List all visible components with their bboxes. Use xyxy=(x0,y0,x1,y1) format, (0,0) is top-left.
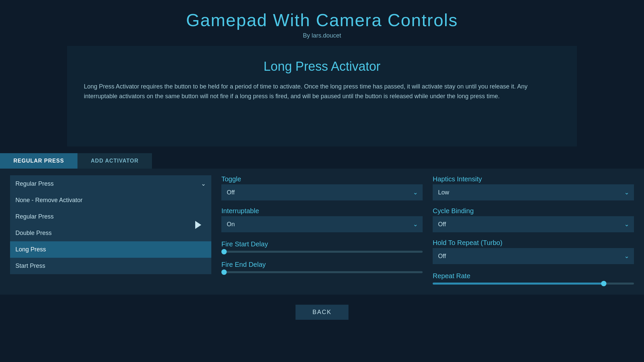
main-card: Long Press Activator Long Press Activato… xyxy=(67,46,577,146)
interruptable-label: Interruptable xyxy=(221,207,423,215)
repeat-rate-thumb[interactable] xyxy=(601,281,606,286)
hold-to-repeat-label: Hold To Repeat (Turbo) xyxy=(433,239,634,247)
hold-to-repeat-dropdown[interactable]: Off On xyxy=(433,248,634,264)
hold-to-repeat-dropdown-container: Off On ⌄ xyxy=(433,248,634,264)
cursor-arrow-icon xyxy=(195,221,201,229)
toggle-section: Toggle Off On ⌄ xyxy=(221,175,423,200)
chevron-down-icon: ⌄ xyxy=(201,180,206,187)
repeat-rate-track xyxy=(433,283,634,285)
fire-end-delay-section: Fire End Delay xyxy=(221,261,423,273)
fire-start-delay-thumb[interactable] xyxy=(221,249,227,254)
tab-regular-press[interactable]: REGULAR PRESS xyxy=(0,153,77,169)
page-title-area: Gamepad With Camera Controls By lars.dou… xyxy=(0,0,644,39)
fire-end-delay-thumb[interactable] xyxy=(221,269,227,275)
activation-type-column: Activation Type Regular Press ⌄ None - R… xyxy=(10,175,211,285)
dropdown-selected-value: Regular Press xyxy=(15,180,54,187)
cycle-binding-section: Cycle Binding Off On ⌄ xyxy=(433,207,634,232)
dropdown-header[interactable]: Regular Press ⌄ xyxy=(10,175,211,192)
bottom-section: REGULAR PRESS ADD ACTIVATOR Activation T… xyxy=(0,146,644,295)
haptics-label: Haptics Intensity xyxy=(433,175,634,183)
right-column: Haptics Intensity Low Medium High ⌄ Cycl… xyxy=(433,175,634,285)
interruptable-section: Interruptable Off On ⌄ xyxy=(221,207,423,232)
card-title: Long Press Activator xyxy=(84,59,560,74)
middle-column: Toggle Off On ⌄ Interruptable Off On xyxy=(221,175,423,285)
interruptable-dropdown-container: Off On ⌄ xyxy=(221,216,423,232)
interruptable-dropdown[interactable]: Off On xyxy=(221,216,423,232)
option-start-press[interactable]: Start Press xyxy=(10,258,211,274)
fire-start-delay-section: Fire Start Delay xyxy=(221,240,423,253)
haptics-dropdown-container: Low Medium High ⌄ xyxy=(433,184,634,200)
cycle-binding-dropdown-container: Off On ⌄ xyxy=(433,216,634,232)
back-button[interactable]: BACK xyxy=(296,305,348,320)
option-none-remove[interactable]: None - Remove Activator xyxy=(10,192,211,208)
toggle-dropdown[interactable]: Off On xyxy=(221,184,423,200)
repeat-rate-section: Repeat Rate xyxy=(433,272,634,285)
repeat-rate-label: Repeat Rate xyxy=(433,272,634,280)
repeat-rate-fill xyxy=(433,283,604,285)
back-button-area: BACK xyxy=(0,305,644,320)
haptics-section: Haptics Intensity Low Medium High ⌄ xyxy=(433,175,634,200)
activation-type-dropdown-open[interactable]: Regular Press ⌄ None - Remove Activator … xyxy=(10,175,211,274)
fire-end-delay-track xyxy=(221,271,423,273)
cycle-binding-label: Cycle Binding xyxy=(433,207,634,215)
option-regular-press[interactable]: Regular Press xyxy=(10,208,211,225)
long-press-label: Long Press xyxy=(15,246,46,253)
page-subtitle: By lars.doucet xyxy=(0,32,644,39)
page-title: Gamepad With Camera Controls xyxy=(0,10,644,30)
tab-add-activator[interactable]: ADD ACTIVATOR xyxy=(77,153,152,169)
toggle-label: Toggle xyxy=(221,175,423,183)
option-long-press[interactable]: Long Press xyxy=(10,241,211,258)
hold-to-repeat-section: Hold To Repeat (Turbo) Off On ⌄ xyxy=(433,239,634,264)
fire-start-delay-label: Fire Start Delay xyxy=(221,240,423,248)
fire-end-delay-label: Fire End Delay xyxy=(221,261,423,268)
controls-area: Activation Type Regular Press ⌄ None - R… xyxy=(0,169,644,295)
toggle-dropdown-container: Off On ⌄ xyxy=(221,184,423,200)
cycle-binding-dropdown[interactable]: Off On xyxy=(433,216,634,232)
haptics-dropdown[interactable]: Low Medium High xyxy=(433,184,634,200)
fire-start-delay-track xyxy=(221,251,423,253)
tab-bar: REGULAR PRESS ADD ACTIVATOR xyxy=(0,153,644,169)
dropdown-options-list: None - Remove Activator Regular Press Do… xyxy=(10,192,211,274)
card-description: Long Press Activator requires the button… xyxy=(84,82,560,101)
option-double-press[interactable]: Double Press xyxy=(10,225,211,241)
